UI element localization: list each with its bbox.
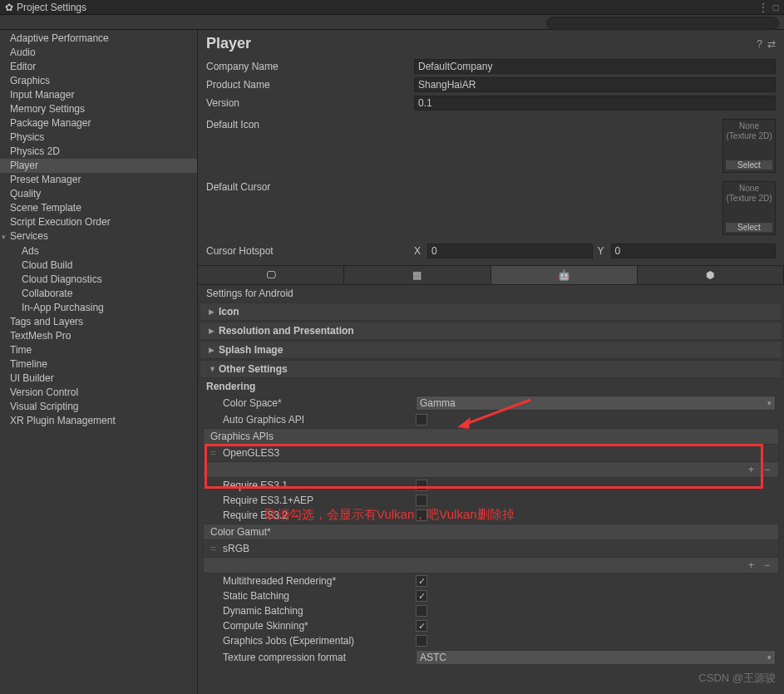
auto-graphics-checkbox[interactable]	[416, 414, 427, 426]
sidebar-item-physics-2d[interactable]: Physics 2D	[0, 145, 197, 159]
color-gamut-list: sRGB	[203, 540, 779, 558]
graphics-jobs-checkbox[interactable]	[416, 635, 427, 647]
default-icon-label: Default Icon	[206, 119, 414, 130]
tab-standalone[interactable]: 🖵	[198, 266, 344, 284]
sidebar-item-services[interactable]: Services	[0, 229, 197, 244]
remove-icon[interactable]: −	[761, 464, 773, 475]
sidebar-item-cloud-diagnostics[interactable]: Cloud Diagnostics	[0, 273, 197, 287]
rendering-header: Rendering	[198, 379, 784, 394]
tab-server[interactable]: ▦	[344, 266, 491, 284]
dynamic-batching-label: Dynamic Batching	[223, 605, 416, 617]
title-bar: ✿ Project Settings ⋮□	[0, 0, 784, 15]
tab-webgl[interactable]: ⬢	[638, 266, 784, 284]
select-icon-button[interactable]: Select	[725, 160, 773, 170]
foldout-splash[interactable]: Splash Image	[200, 341, 782, 359]
foldout-resolution[interactable]: Resolution and Presentation	[200, 322, 782, 340]
sidebar-item-input-manager[interactable]: Input Manager	[0, 88, 197, 102]
cursor-hotspot-label: Cursor Hotspot	[206, 245, 414, 257]
require-es32-checkbox[interactable]	[416, 509, 427, 521]
multithreaded-checkbox[interactable]	[416, 575, 427, 587]
sidebar-item-audio[interactable]: Audio	[0, 46, 197, 60]
sidebar-item-textmesh-pro[interactable]: TextMesh Pro	[0, 329, 197, 343]
hotspot-x-input[interactable]	[427, 244, 593, 258]
list-item[interactable]: OpenGLES3	[204, 445, 778, 461]
sidebar-item-cloud-build[interactable]: Cloud Build	[0, 258, 197, 273]
foldout-other[interactable]: Other Settings	[200, 360, 782, 378]
graphics-apis-list: OpenGLES3	[203, 445, 779, 462]
require-es31aep-checkbox[interactable]	[416, 495, 427, 506]
compute-skinning-checkbox[interactable]	[416, 620, 427, 632]
settings-for-label: Settings for Android	[198, 285, 784, 302]
texture-compression-label: Texture compression format	[223, 652, 416, 663]
company-name-label: Company Name	[206, 61, 414, 72]
texture-compression-dropdown[interactable]: ASTC	[416, 650, 776, 665]
dynamic-batching-checkbox[interactable]	[416, 605, 427, 617]
sidebar-item-graphics[interactable]: Graphics	[0, 74, 197, 88]
content-panel: Player ? ⇄ Company Name Product Name Ver…	[198, 30, 784, 694]
sidebar-item-memory-settings[interactable]: Memory Settings	[0, 102, 197, 116]
static-batching-label: Static Batching	[223, 590, 416, 602]
compute-skinning-label: Compute Skinning*	[223, 620, 416, 632]
search-bar	[0, 15, 784, 30]
x-label: X	[414, 245, 424, 257]
list-item[interactable]: sRGB	[204, 540, 778, 557]
watermark: CSDN @王源骏	[698, 671, 776, 686]
gear-icon: ✿	[5, 2, 13, 13]
sidebar: Adaptive PerformanceAudioEditorGraphicsI…	[0, 30, 198, 694]
sidebar-item-timeline[interactable]: Timeline	[0, 357, 197, 372]
sidebar-item-ui-builder[interactable]: UI Builder	[0, 372, 197, 386]
sidebar-item-scene-template[interactable]: Scene Template	[0, 201, 197, 215]
foldout-icon[interactable]: Icon	[200, 303, 782, 321]
version-label: Version	[206, 97, 414, 109]
sidebar-item-in-app-purchasing[interactable]: In-App Purchasing	[0, 301, 197, 315]
sidebar-item-package-manager[interactable]: Package Manager	[0, 116, 197, 130]
multithreaded-label: Multithreaded Rendering*	[223, 575, 416, 587]
page-title: Player	[206, 35, 251, 52]
window-title: Project Settings	[17, 2, 86, 13]
company-name-input[interactable]	[414, 59, 776, 74]
color-space-label: Color Space*	[223, 397, 416, 409]
select-cursor-button[interactable]: Select	[725, 222, 773, 233]
require-es31aep-label: Require ES3.1+AEP	[223, 495, 416, 506]
settings-icon[interactable]: ⇄	[767, 38, 776, 50]
sidebar-item-preset-manager[interactable]: Preset Manager	[0, 173, 197, 187]
product-name-input[interactable]	[414, 77, 776, 92]
sidebar-item-player[interactable]: Player	[0, 159, 197, 173]
window-controls[interactable]: ⋮□	[758, 2, 779, 13]
graphics-jobs-label: Graphics Jobs (Experimental)	[223, 635, 416, 647]
sidebar-item-quality[interactable]: Quality	[0, 187, 197, 201]
version-input[interactable]	[414, 96, 776, 111]
require-es32-label: Require ES3.2	[223, 509, 416, 521]
tab-android[interactable]: 🤖	[491, 266, 638, 284]
sidebar-item-visual-scripting[interactable]: Visual Scripting	[0, 400, 197, 414]
product-name-label: Product Name	[206, 79, 414, 91]
color-space-dropdown[interactable]: Gamma	[416, 396, 776, 411]
sidebar-item-xr-plugin-management[interactable]: XR Plugin Management	[0, 414, 197, 428]
platform-tabs: 🖵 ▦ 🤖 ⬢	[198, 265, 784, 285]
add-icon[interactable]: +	[745, 464, 757, 475]
color-gamut-header: Color Gamut*	[203, 524, 779, 540]
auto-graphics-label: Auto Graphics API	[223, 414, 416, 426]
graphics-apis-header: Graphics APIs	[203, 428, 779, 445]
require-es31-label: Require ES3.1	[223, 480, 416, 491]
hotspot-y-input[interactable]	[611, 244, 777, 258]
default-cursor-thumb[interactable]: None (Texture 2D) Select	[722, 181, 776, 235]
remove-icon[interactable]: −	[761, 559, 773, 571]
default-icon-thumb[interactable]: None (Texture 2D) Select	[722, 119, 776, 173]
default-cursor-label: Default Cursor	[206, 181, 414, 193]
sidebar-item-time[interactable]: Time	[0, 343, 197, 357]
sidebar-item-ads[interactable]: Ads	[0, 244, 197, 258]
y-label: Y	[598, 245, 608, 257]
sidebar-item-editor[interactable]: Editor	[0, 60, 197, 74]
sidebar-item-collaborate[interactable]: Collaborate	[0, 287, 197, 301]
sidebar-item-physics[interactable]: Physics	[0, 130, 197, 145]
sidebar-item-version-control[interactable]: Version Control	[0, 386, 197, 400]
add-icon[interactable]: +	[745, 559, 757, 571]
sidebar-item-script-execution-order[interactable]: Script Execution Order	[0, 215, 197, 229]
search-input[interactable]	[546, 17, 779, 30]
require-es31-checkbox[interactable]	[416, 480, 427, 491]
sidebar-item-tags-and-layers[interactable]: Tags and Layers	[0, 315, 197, 329]
help-icon[interactable]: ?	[757, 38, 762, 50]
static-batching-checkbox[interactable]	[416, 590, 427, 602]
sidebar-item-adaptive-performance[interactable]: Adaptive Performance	[0, 32, 197, 46]
